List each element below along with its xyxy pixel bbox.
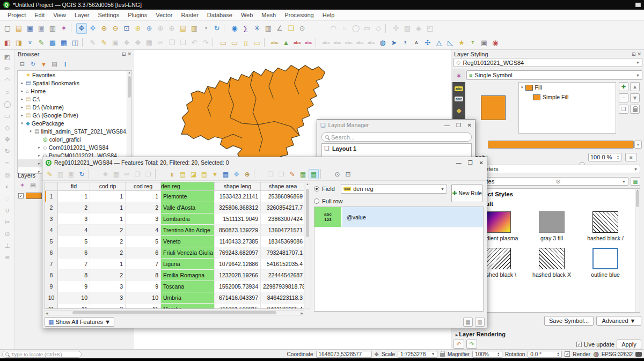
cell-cod-reg[interactable]: 5: [126, 236, 161, 247]
style-scrollbar[interactable]: ▲: [635, 189, 640, 312]
zoom-last-icon[interactable]: ⊕: [155, 23, 166, 34]
table-row[interactable]: 2 2 1 2 Valle d'Aosta 325806.368312 3260…: [45, 202, 304, 213]
table-row[interactable]: 1 1 1 1 Piemonte 1533423.21141 253860968…: [45, 191, 304, 202]
print-layouts-icon[interactable]: ▥: [263, 23, 274, 34]
locate-input[interactable]: Type to locate (Ctrl+K): [2, 351, 82, 358]
rectangle-icon[interactable]: ▭: [362, 23, 372, 34]
layout-list-item[interactable]: ❏ Layout 1: [322, 144, 471, 153]
browser-item[interactable]: ▾ ▤ limiti_admin_STAT_2021_WGS84.gpkg: [18, 127, 131, 135]
cell-cod-rip[interactable]: 3: [90, 292, 126, 304]
maximize-icon[interactable]: ❐: [468, 160, 473, 166]
cell-cod-reg[interactable]: 8: [126, 270, 161, 281]
table-row[interactable]: 3 3 1 3 Lombardia 1511131.9049 238630074…: [45, 213, 304, 225]
cell-den-reg[interactable]: Liguria: [161, 259, 215, 270]
symbology-tab[interactable]: ✶: [452, 69, 465, 82]
paste-icon[interactable]: ❒: [143, 169, 153, 179]
cell-shape-area[interactable]: 3260854217.7: [261, 202, 304, 213]
style-item[interactable]: hashed black /: [579, 208, 632, 241]
mask-tab-icon[interactable]: abc: [455, 97, 463, 101]
select-menu-icon[interactable]: ▭: [229, 37, 240, 48]
expand-arrow-icon[interactable]: ▸: [20, 97, 24, 101]
trim-extend-icon[interactable]: ≋: [3, 253, 12, 262]
select-by-form-icon[interactable]: ▯: [240, 37, 251, 48]
layout-manager-title-bar[interactable]: ❏ Layout Manager —❐✕: [317, 120, 475, 130]
label-icon[interactable]: abc: [269, 37, 280, 48]
pan-map-icon[interactable]: ✥: [76, 23, 87, 34]
style-manager-icon[interactable]: ✶: [58, 23, 69, 34]
cell-cod-reg[interactable]: 7: [126, 259, 161, 270]
new-print-layout-icon[interactable]: ▥: [47, 23, 58, 34]
minimize-icon[interactable]: —: [456, 160, 462, 166]
row-number[interactable]: 7: [45, 259, 58, 270]
zoom-next-icon[interactable]: ⊕: [166, 23, 177, 34]
crs-indicator[interactable]: EPSG:32632: [602, 351, 633, 357]
add-regular-polygon-icon[interactable]: ◇: [3, 123, 12, 132]
save-layer-edits-icon[interactable]: ▣: [110, 37, 121, 48]
maximize-icon[interactable]: ❐: [456, 122, 461, 128]
cell-cod-rip[interactable]: 2: [90, 247, 126, 259]
cell-cod-rip[interactable]: 3: [90, 281, 126, 292]
attribute-table-title-bar[interactable]: Q Reg01012021_WGS84 — Features Total: 20…: [42, 157, 487, 168]
rotate-feature-icon[interactable]: ↻: [3, 146, 12, 156]
conditional-formatting-icon[interactable]: ▦: [309, 169, 319, 179]
metasearch-icon[interactable]: ◍: [377, 37, 388, 48]
circular-string-icon[interactable]: ◠: [328, 23, 339, 34]
table-row[interactable]: 7 7 1 7 Liguria 1079642.12886 5416152035…: [45, 259, 304, 270]
new-mesh-icon[interactable]: ▦: [58, 37, 69, 48]
collapse-all-icon[interactable]: ⊟: [18, 60, 27, 69]
cell-den-reg[interactable]: Veneto: [161, 236, 215, 247]
cell-fid[interactable]: 8: [58, 270, 90, 281]
cell-shape-area[interactable]: 22444542687: [261, 270, 304, 281]
filter-form-icon[interactable]: ▼: [210, 169, 220, 179]
multiedit-icon[interactable]: ▥: [55, 169, 65, 179]
split-features-icon[interactable]: ✂: [3, 217, 12, 227]
cell-shape-area[interactable]: 8464223118.3: [261, 292, 304, 304]
menu-item[interactable]: Web: [237, 10, 257, 20]
unit-combo[interactable]: Millimeters▼: [467, 165, 640, 173]
search-layers-icon[interactable]: ⊙: [297, 23, 308, 34]
show-all-features-button[interactable]: ▦ Show All Features ▼: [45, 317, 114, 327]
annotation-toolbar-icon[interactable]: ▣: [479, 37, 489, 48]
reshape-features-icon[interactable]: ◺: [445, 37, 456, 48]
coordinate-field[interactable]: 1648073,5328577: [316, 351, 372, 358]
cell-den-reg[interactable]: Lombardia: [161, 213, 215, 225]
cell-shape-area[interactable]: 13604721571: [261, 225, 304, 236]
menu-item[interactable]: Help: [318, 10, 339, 20]
ellipse-icon[interactable]: ◯: [350, 23, 361, 34]
field-radio[interactable]: [314, 186, 319, 191]
delete-ring-icon[interactable]: ◌: [3, 194, 12, 203]
field-calculator-icon[interactable]: ✎: [287, 169, 297, 179]
zoom-in-icon[interactable]: ⊕: [99, 23, 109, 34]
cell-cod-reg[interactable]: 4: [126, 225, 161, 236]
cell-shape-area[interactable]: 7932481707.1: [261, 247, 304, 259]
window-restore-icon[interactable]: [635, 3, 641, 7]
select-by-expression-icon[interactable]: ε: [167, 169, 177, 179]
cell-cod-reg[interactable]: 11: [126, 304, 161, 309]
add-feature-icon[interactable]: ❖: [121, 37, 132, 48]
cell-fid[interactable]: 4: [58, 225, 90, 236]
cell-cod-rip[interactable]: 3: [90, 304, 126, 309]
cell-fid[interactable]: 1: [58, 191, 90, 202]
scale-combo[interactable]: 1:7253278▼: [398, 351, 437, 358]
cell-cod-rip[interactable]: 2: [90, 225, 126, 236]
full-row-radio[interactable]: [314, 198, 319, 204]
table-row[interactable]: 11 11 3 11 Marche 711091.500015 94011832…: [45, 304, 304, 309]
cell-fid[interactable]: 9: [58, 281, 90, 292]
cell-cod-reg[interactable]: 9: [126, 281, 161, 292]
temporal-controller-icon[interactable]: ◔: [200, 23, 211, 34]
help-contents-icon[interactable]: ?: [400, 37, 411, 48]
menu-item[interactable]: Mesh: [257, 10, 280, 20]
labels-tab-icon[interactable]: abc: [455, 86, 463, 91]
style-manager-button[interactable]: ▦: [631, 177, 640, 186]
refresh-browser-icon[interactable]: ↻: [28, 60, 38, 69]
copy-icon[interactable]: ❐: [133, 169, 143, 179]
advanced-button[interactable]: Advanced▼: [596, 316, 641, 326]
search-widget-icon[interactable]: ⊙: [332, 169, 342, 179]
move-up-button[interactable]: ▲: [630, 82, 640, 91]
cell-fid[interactable]: 7: [58, 259, 90, 270]
add-text-icon[interactable]: T: [467, 37, 478, 48]
reload-table-icon[interactable]: ↻: [77, 169, 87, 179]
layer-labeling-icon[interactable]: ▲: [281, 37, 291, 48]
add-circle-icon[interactable]: ○: [3, 87, 12, 97]
menu-item[interactable]: Project: [3, 10, 30, 20]
